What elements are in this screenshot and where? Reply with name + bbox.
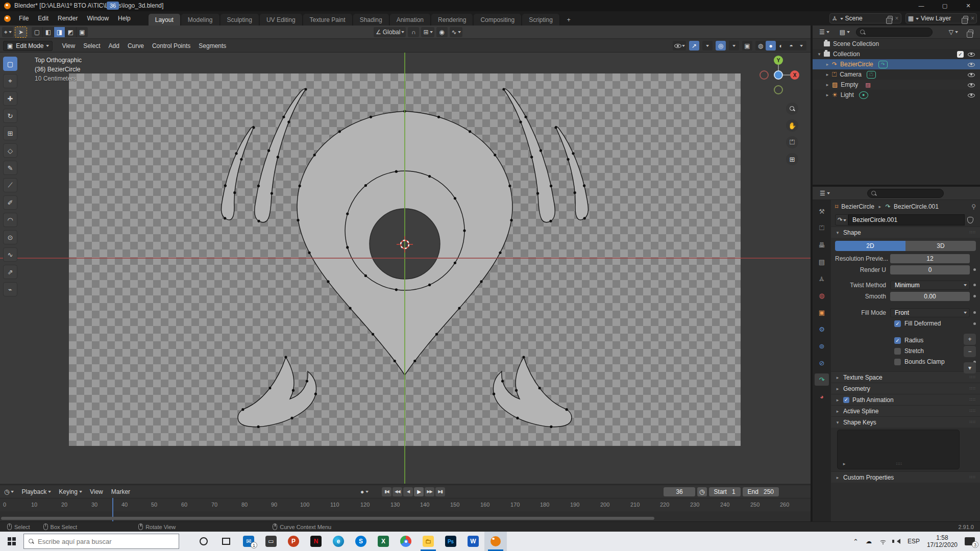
excel-app-icon[interactable]: X — [372, 532, 395, 551]
menu-render[interactable]: Render — [53, 11, 82, 26]
snap-dropdown[interactable]: ⊞▾ — [421, 27, 434, 37]
timeline-scrollbar[interactable] — [1, 517, 654, 520]
control-point[interactable] — [454, 262, 456, 264]
animate-dot[interactable] — [973, 322, 976, 325]
viewport-menu-select[interactable]: Select — [79, 39, 104, 53]
file-explorer-icon[interactable]: 🗀 — [417, 532, 439, 551]
control-point[interactable] — [271, 192, 273, 194]
fill-deformed-checkbox[interactable]: ✓ — [894, 320, 901, 327]
hide-eye-icon[interactable] — [968, 51, 975, 58]
transform-orientation-dropdown[interactable]: ∠ Global▾ — [374, 27, 406, 37]
proportional-falloff-dropdown[interactable]: ∿▾ — [450, 27, 462, 37]
control-point[interactable] — [268, 387, 271, 389]
stretch-checkbox[interactable] — [894, 348, 901, 355]
control-point[interactable] — [224, 217, 226, 219]
menu-file[interactable]: File — [14, 11, 33, 26]
breadcrumb-data[interactable]: BezierCircle.001 — [894, 203, 939, 210]
taskbar-search[interactable] — [23, 534, 179, 549]
control-point[interactable] — [314, 393, 317, 395]
tool-options-dropdown[interactable]: ⌖▾ — [2, 27, 13, 37]
tool-draw-curve[interactable]: ✐ — [3, 195, 17, 210]
action-center-icon[interactable]: 3 — [965, 537, 975, 545]
timeline-menu-marker[interactable]: Marker — [107, 488, 134, 495]
proportional-editing-toggle[interactable]: ◉ — [436, 27, 448, 37]
control-point[interactable] — [572, 152, 574, 155]
mode-dropdown[interactable]: ▣ Edit Mode ▾ — [3, 41, 53, 51]
remove-shape-key-button[interactable]: − — [964, 346, 976, 357]
control-point[interactable] — [308, 252, 310, 254]
tab-sculpting[interactable]: Sculpting — [220, 14, 259, 26]
tab-render[interactable]: ⏍ — [815, 222, 829, 234]
overlays-dropdown[interactable]: ▾ — [729, 41, 739, 51]
control-point[interactable] — [224, 184, 227, 187]
add-shape-key-button[interactable]: + — [964, 334, 976, 345]
outliner-filter-mode[interactable]: ▤▾ — [836, 29, 853, 36]
timeline-ruler[interactable]: 0 10 20 30 40 50 60 70 80 90 100 110 120… — [0, 498, 811, 511]
dim-2d-button[interactable]: 2D — [835, 241, 905, 251]
hide-eye-icon[interactable] — [968, 91, 975, 98]
control-point[interactable] — [338, 130, 341, 133]
control-point[interactable] — [395, 288, 398, 291]
control-point[interactable] — [277, 156, 279, 158]
disclosure-icon[interactable]: ▾ — [817, 52, 822, 57]
render-u-input[interactable]: 0 — [890, 265, 970, 274]
control-point[interactable] — [257, 425, 260, 428]
viewport-menu-view[interactable]: View — [58, 39, 79, 53]
object-row-beziercircle[interactable]: ▸ ↷ BezierCircle ↷ — [813, 59, 980, 69]
tab-constraints[interactable]: ⊘ — [815, 357, 829, 369]
tool-randomize[interactable]: ⇗ — [3, 265, 17, 279]
control-point[interactable] — [284, 356, 287, 358]
mail-app-icon[interactable]: ✉ 1 — [237, 532, 260, 551]
panel-custom-properties[interactable]: ▸Custom Properties∷∷ — [831, 471, 980, 483]
control-point[interactable] — [494, 154, 496, 156]
new-view-layer-icon[interactable] — [963, 16, 968, 21]
control-point[interactable] — [290, 417, 293, 419]
tab-compositing[interactable]: Compositing — [474, 14, 522, 26]
frame-end-field[interactable]: End250 — [743, 487, 779, 496]
tray-chevron-icon[interactable]: ⌃ — [853, 538, 859, 545]
control-point[interactable] — [252, 126, 255, 129]
viewport-menu-add[interactable]: Add — [105, 39, 124, 53]
use-preview-range-button[interactable]: ◷ — [697, 487, 706, 496]
collection-row[interactable]: ▾ Collection ✓ — [813, 49, 980, 59]
blender-taskbar-icon[interactable] — [484, 532, 507, 551]
disclosure-icon[interactable]: ▸ — [825, 82, 830, 87]
add-workspace-button[interactable]: + — [560, 14, 577, 26]
control-point[interactable] — [574, 191, 576, 194]
menu-edit[interactable]: Edit — [33, 11, 53, 26]
maximize-button[interactable]: ▢ — [933, 0, 957, 11]
overlays-toggle[interactable]: ◎ — [716, 41, 726, 51]
tab-tool[interactable]: ⚒ — [815, 205, 829, 217]
control-point[interactable] — [583, 184, 585, 187]
xray-toggle[interactable]: ▣ — [742, 41, 752, 51]
play-button[interactable]: ▶ — [414, 487, 424, 496]
panel-active-spline[interactable]: ▸Active Spline∷∷ — [831, 405, 980, 416]
collection-checkbox[interactable]: ✓ — [957, 51, 964, 58]
shape-keys-list[interactable]: ▸ ∷∷ — [837, 430, 960, 469]
control-point[interactable] — [241, 408, 244, 411]
tab-layout[interactable]: Layout — [149, 14, 181, 26]
fake-user-shield-icon[interactable] — [967, 217, 973, 223]
control-point[interactable] — [240, 158, 242, 161]
control-point[interactable] — [428, 284, 431, 286]
tab-object[interactable]: ▣ — [815, 306, 829, 318]
skype-app-icon[interactable]: S — [350, 532, 372, 551]
active-tool-tweak[interactable]: ➤ — [15, 27, 27, 37]
control-point[interactable] — [327, 280, 329, 283]
viewport-3d[interactable]: Top Orthographic (36) BezierCircle 10 Ce… — [0, 53, 811, 484]
bounds-clamp-checkbox[interactable] — [894, 359, 901, 365]
control-point[interactable] — [395, 170, 398, 173]
panel-geometry[interactable]: ▸Geometry∷∷ — [831, 383, 980, 394]
panel-path-animation[interactable]: ▸✓ Path Animation∷∷ — [831, 394, 980, 405]
tool-move[interactable]: ✚ — [3, 91, 17, 106]
scene-selector[interactable]: 🜛▾ Scene × — [829, 13, 901, 23]
jump-to-end-button[interactable]: ▶▮ — [435, 487, 445, 496]
tab-scene[interactable]: 🜛 — [815, 272, 829, 285]
tool-extrude[interactable]: ⌁ — [3, 282, 17, 296]
control-point[interactable] — [292, 389, 295, 392]
control-point[interactable] — [550, 425, 552, 428]
control-point[interactable] — [364, 184, 367, 187]
control-point[interactable] — [463, 229, 465, 232]
control-point[interactable] — [554, 126, 557, 129]
control-point[interactable] — [297, 219, 299, 221]
